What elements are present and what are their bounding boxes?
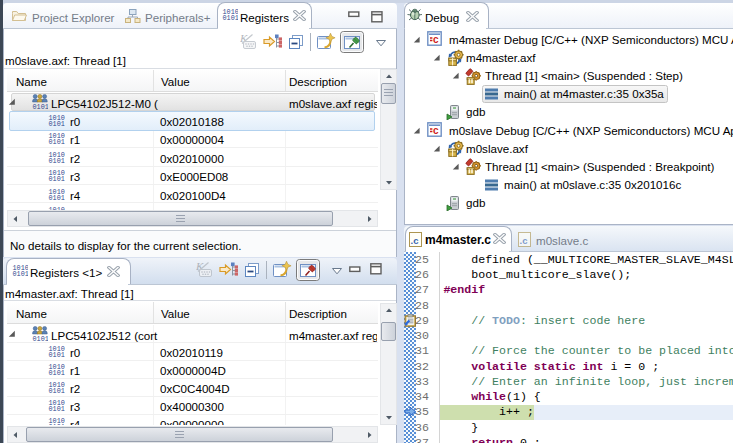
- svg-text:0101: 0101: [49, 423, 65, 425]
- svg-text:0101: 0101: [49, 120, 65, 128]
- svg-text:c: c: [433, 125, 439, 136]
- svg-text:0101: 0101: [223, 14, 239, 21]
- svg-text:.c: .c: [411, 235, 419, 246]
- svg-text:0101: 0101: [49, 387, 65, 395]
- svg-text:0101: 0101: [33, 103, 49, 110]
- svg-text:c: c: [433, 34, 439, 45]
- svg-text:0101: 0101: [49, 194, 65, 202]
- svg-text:0101: 0101: [49, 405, 65, 413]
- svg-text:0101: 0101: [49, 138, 65, 146]
- svg-text:0101: 0101: [13, 270, 29, 277]
- svg-text:0101: 0101: [49, 157, 65, 165]
- svg-text:0101: 0101: [33, 335, 49, 342]
- svg-text:0101: 0101: [49, 175, 65, 183]
- svg-text:0101: 0101: [49, 351, 65, 359]
- svg-text:0101: 0101: [49, 369, 65, 377]
- svg-text:.c: .c: [520, 235, 528, 246]
